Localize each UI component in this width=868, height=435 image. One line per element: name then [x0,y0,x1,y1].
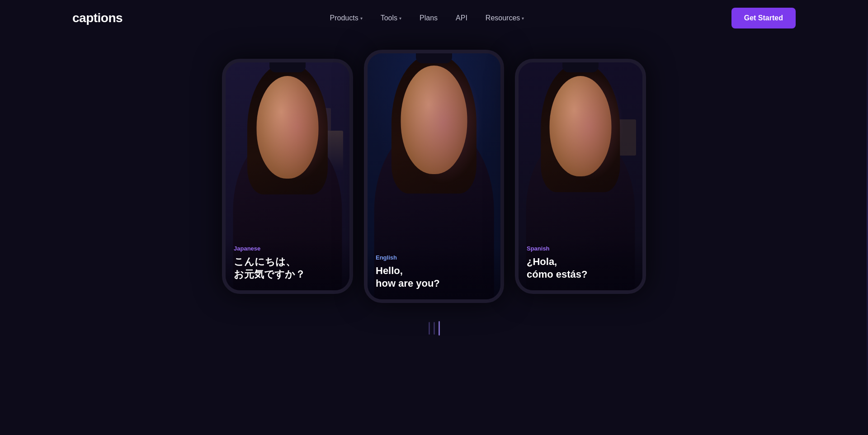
get-started-button[interactable]: Get Started [731,8,796,28]
nav-item-resources[interactable]: Resources ▾ [486,14,524,22]
phone-notch-left [269,62,306,72]
nav-link-api[interactable]: API [456,14,467,22]
nav-label-api: API [456,14,467,22]
scroll-dot-3[interactable] [439,321,440,336]
lang-label-spanish: Spanish [527,245,634,252]
nav-item-plans[interactable]: Plans [420,14,438,22]
phone-frame-right: Spanish ¿Hola,cómo estás? [515,59,646,294]
phone-screen-left: Japanese こんにちは、お元気ですか？ [226,62,349,290]
logo[interactable]: captions [72,11,123,25]
scroll-dot-1[interactable] [429,322,430,335]
phone-japanese: Japanese こんにちは、お元気ですか？ [222,59,353,294]
phones-row: Japanese こんにちは、お元気ですか？ [0,50,868,303]
phone-screen-right: Spanish ¿Hola,cómo estás? [519,62,642,290]
nav-label-resources: Resources [486,14,520,22]
nav-links: Products ▾ Tools ▾ Plans API Resources ▾ [330,14,524,22]
face-light-center [405,61,482,184]
nav-item-tools[interactable]: Tools ▾ [381,14,401,22]
caption-overlay-left: Japanese こんにちは、お元気ですか？ [226,238,349,290]
caption-text-japanese: こんにちは、お元気ですか？ [234,255,341,281]
nav-label-plans: Plans [420,14,438,22]
main-content: Japanese こんにちは、お元気ですか？ [0,36,868,336]
chevron-down-icon: ▾ [399,16,401,21]
caption-text-english: Hello,how are you? [376,265,492,290]
phone-english: English Hello,how are you? [364,50,504,303]
phone-frame-center: English Hello,how are you? [364,50,504,303]
nav-label-tools: Tools [381,14,397,22]
lang-label-english: English [376,254,492,261]
nav-link-plans[interactable]: Plans [420,14,438,22]
chevron-down-icon: ▾ [360,16,363,21]
scroll-indicators [429,321,440,336]
nav-link-tools[interactable]: Tools ▾ [381,14,401,22]
caption-overlay-right: Spanish ¿Hola,cómo estás? [519,238,642,290]
lang-label-japanese: Japanese [234,245,341,252]
phone-screen-center: English Hello,how are you? [368,53,500,299]
nav-label-products: Products [330,14,359,22]
caption-overlay-center: English Hello,how are you? [368,247,500,299]
phone-spanish: Spanish ¿Hola,cómo estás? [515,59,646,294]
phone-notch-right [562,62,599,72]
phone-notch-center [416,53,452,63]
navigation: captions Products ▾ Tools ▾ Plans API [0,0,868,36]
phone-frame-left: Japanese こんにちは、お元気ですか？ [222,59,353,294]
caption-text-spanish: ¿Hola,cómo estás? [527,255,634,281]
nav-item-products[interactable]: Products ▾ [330,14,363,22]
face-light-right [554,71,623,181]
nav-link-resources[interactable]: Resources ▾ [486,14,524,22]
nav-link-products[interactable]: Products ▾ [330,14,363,22]
scroll-dot-2[interactable] [434,322,435,335]
chevron-down-icon: ▾ [522,16,524,21]
face-light-left [263,71,331,181]
nav-item-api[interactable]: API [456,14,467,22]
